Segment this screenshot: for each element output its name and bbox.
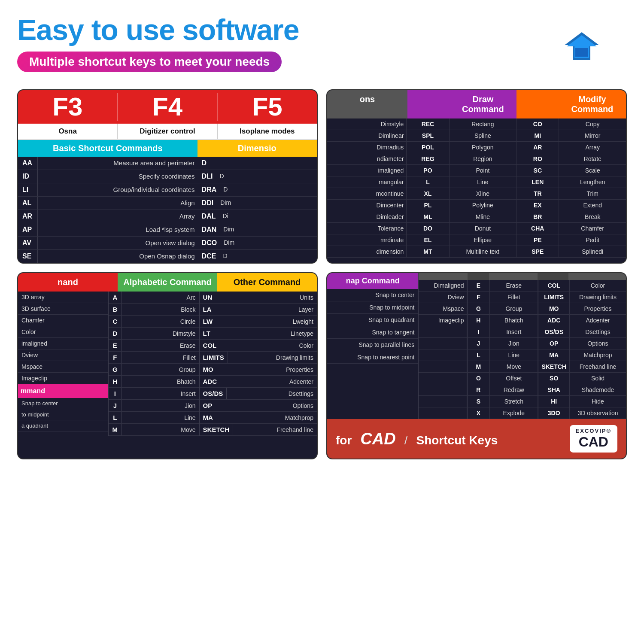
tr-col1-header: ons: [327, 90, 407, 118]
table-row: ARArray: [18, 210, 197, 223]
bl-col1-header: nand: [18, 273, 118, 292]
table-row: imaligned: [18, 338, 108, 349]
tr-mod-header: [516, 90, 558, 118]
bl-left-col: 3D array 3D surface Chamfer Color imalig…: [18, 292, 109, 436]
table-row: mcontinue XL Xline TR Trim: [327, 188, 626, 200]
table-row: LALayer: [200, 304, 317, 316]
table-row: AArc: [109, 292, 199, 304]
basic-cmd-table: AAMeasure area and perimeter IDSpecify c…: [18, 157, 197, 263]
basic-section-header: Basic Shortcut Commands: [18, 140, 197, 157]
table-row: MAMatchprop: [200, 412, 317, 424]
table-row: LWLweight: [200, 316, 317, 328]
table-row: a quadrant: [18, 420, 108, 431]
table-row: HBhatch: [109, 376, 199, 388]
table-row: LLine: [109, 412, 199, 424]
table-row: MMove: [109, 424, 199, 436]
br-right-side: Dimaligned E Erase COL Color Dview F Fil…: [419, 273, 626, 419]
table-row: IDSpecify coordinates: [18, 170, 197, 183]
tr-mod-header2: Modify Command: [559, 90, 626, 118]
table-row: SKETCHFreehand line: [200, 424, 317, 436]
panels-grid: F3 F4 F5 Osna Digitizer control Isoplane…: [17, 89, 627, 459]
table-row: JJion: [109, 400, 199, 412]
table-row: LTLinetype: [200, 328, 317, 340]
table-row: Dimlinear SPL Spline MI Mirror: [327, 130, 626, 142]
br-col3-h: [489, 273, 538, 280]
table-row: SEOpen Osnap dialog: [18, 250, 197, 263]
dim-section-header: Dimensio: [197, 140, 317, 157]
tr-draw-header: [407, 90, 449, 118]
snap-row: Snap to midpoint: [327, 301, 418, 314]
table-row: MOProperties: [200, 364, 317, 376]
dimension-section: Dimensio D DLID DRAD DDIDim DALDi DANDim…: [197, 140, 317, 263]
br-right-header: [419, 273, 626, 280]
fn-desc-f3: Osna: [18, 124, 118, 139]
table-row: EErase: [109, 340, 199, 352]
table-row: Tolerance DO Donut CHA Chamfer: [327, 223, 626, 234]
table-row: IInsert: [109, 388, 199, 400]
table-row: mangular L Line LEN Lengthen: [327, 176, 626, 188]
table-row: Mspace G Group MO Properties: [419, 303, 626, 315]
table-row: ALAlign: [18, 197, 197, 210]
table-row: Imageclip H Bhatch ADC Adcenter: [419, 315, 626, 326]
fn-key-f5: F5: [218, 93, 317, 121]
svg-rect-2: [575, 48, 588, 57]
bl-other-header: Other Command: [217, 273, 317, 292]
bl-alpha-col: AArc BBlock CCircle DDimstyle EErase FFi…: [109, 292, 199, 436]
tr-body: Dimstyle REC Rectang CO Copy Dimlinear S…: [327, 118, 626, 258]
panel-bottom-left: nand Alphabetic Command Other Command 3D…: [17, 272, 318, 459]
fn-desc-row: Osna Digitizer control Isoplane modes: [18, 124, 317, 140]
table-row: O Offset SO Solid: [419, 373, 626, 384]
table-row: L Line MA Matchprop: [419, 349, 626, 361]
table-row: 3D array: [18, 292, 108, 303]
table-row: imaligned PO Point SC Scale: [327, 165, 626, 176]
table-row: OPOptions: [200, 400, 317, 412]
brand-logo: EXCOVIP® CAD: [570, 425, 617, 453]
table-row: COLColor: [200, 340, 317, 352]
br-col2-h: [468, 273, 489, 280]
panel-tl-body: Basic Shortcut Commands AAMeasure area a…: [18, 140, 317, 263]
panel-top-left: F3 F4 F5 Osna Digitizer control Isoplane…: [17, 89, 318, 264]
table-row: AVOpen view dialog: [18, 237, 197, 250]
table-row: DCED: [197, 250, 317, 263]
table-row: LIGroup/individual coordinates: [18, 183, 197, 197]
bl-body: 3D array 3D surface Chamfer Color imalig…: [18, 292, 317, 436]
table-row: AAMeasure area and perimeter: [18, 157, 197, 170]
br-body: nap Command Snap to center Snap to midpo…: [327, 273, 626, 419]
cad-footer: for CAD / Shortcut Keys EXCOVIP® CAD: [327, 419, 626, 459]
table-row: Imageclip: [18, 373, 108, 384]
table-row: DANDim: [197, 223, 317, 237]
brand-name: EXCOVIP®: [576, 428, 611, 434]
table-row: Dimaligned E Erase COL Color: [419, 280, 626, 292]
table-row: DCODim: [197, 237, 317, 250]
table-row: OS/DSDsettings: [200, 388, 317, 400]
snap-row: Snap to tangent: [327, 326, 418, 339]
table-row: S Stretch HI Hide: [419, 396, 626, 407]
table-row: X Explode 3DO 3D observation: [419, 407, 626, 419]
table-row: M Move SKETCH Freehand line: [419, 361, 626, 373]
table-row: FFillet: [109, 352, 199, 364]
table-row: DDimstyle: [109, 328, 199, 340]
fn-keys-header: F3 F4 F5: [18, 90, 317, 124]
table-row: Dimstyle REC Rectang CO Copy: [327, 118, 626, 130]
table-row: Dimradius POL Polygon AR Array: [327, 142, 626, 153]
header-wrapper: Easy to use software Multiple shortcut k…: [17, 13, 627, 85]
table-row: Snap to center: [18, 398, 108, 409]
table-row: GGroup: [109, 364, 199, 376]
table-row: ndiameter REG Region RO Rotate: [327, 153, 626, 165]
fn-key-f4: F4: [118, 93, 218, 121]
table-row: ADCAdcenter: [200, 376, 317, 388]
snap-row: Snap to quadrant: [327, 314, 418, 326]
table-row: DDIDim: [197, 197, 317, 210]
table-row: Mspace: [18, 361, 108, 373]
table-row: DRAD: [197, 183, 317, 197]
table-row: Dview F Fillet LIMITS Drawing limits: [419, 292, 626, 303]
page-subtitle: Multiple shortcut keys to meet your need…: [17, 52, 282, 72]
br-col4-h: [538, 273, 568, 280]
tr-header: ons Draw Command Modify Command: [327, 90, 626, 118]
table-row: to midpoint: [18, 409, 108, 420]
snap-command-col: nap Command Snap to center Snap to midpo…: [327, 273, 419, 419]
bl-alpha-header: Alphabetic Command: [118, 273, 217, 292]
br-col1-h: [419, 273, 467, 280]
table-row: DALDi: [197, 210, 317, 223]
snap-row: Snap to nearest point: [327, 351, 418, 364]
